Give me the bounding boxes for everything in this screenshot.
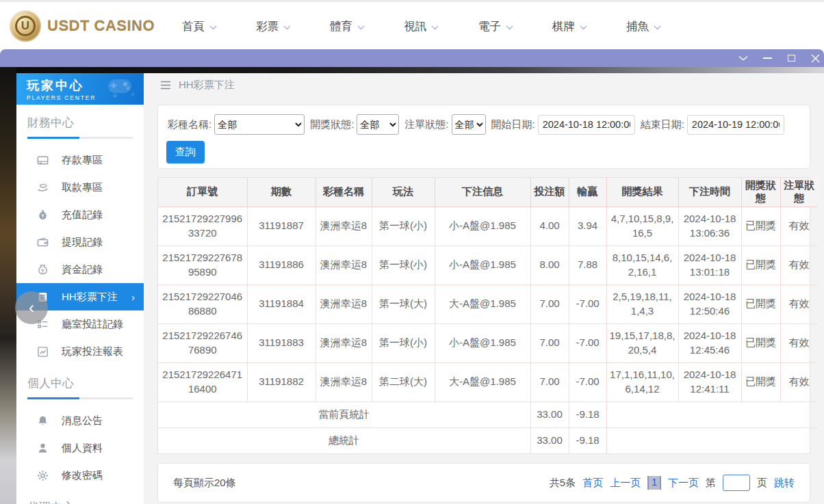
cell: 31191884	[247, 284, 316, 323]
sidebar-item-personal-profile[interactable]: 個人資料	[16, 434, 144, 462]
cell: 小-A盤@1.985	[435, 323, 530, 362]
sidebar-item-list: 存款專區取款專區充值記錄提現記錄資金記錄HH彩票下注›廳室投註記錄玩家投注報表	[16, 146, 144, 365]
top-navbar: U USDT CASINO 首頁彩票體育視訊電子棋牌捕魚	[0, 0, 824, 49]
sidebar-item-label: 廳室投註記錄	[62, 318, 123, 331]
cell: 2024-10-18 13:01:18	[678, 246, 741, 284]
sidebar-item-announcements[interactable]: 消息公告	[16, 407, 144, 434]
table-row: 215217292264711640031191882澳洲幸运8第二球(大)大-…	[158, 362, 818, 401]
sidebar-item-label: 玩家投注報表	[62, 345, 123, 358]
sidebar-item-label: 提現記錄	[62, 236, 103, 249]
sidebar-item-withdraw-zone[interactable]: 取款專區	[16, 174, 144, 201]
sidebar-item-label: 消息公告	[62, 414, 103, 427]
start-date-input[interactable]	[538, 115, 635, 135]
nav-item-label: 體育	[330, 19, 352, 34]
cell: 31191882	[247, 362, 316, 401]
table-row: 215217292267467689031191883澳洲幸运8第一球(小)小-…	[158, 323, 818, 362]
withdraw-hand-icon	[37, 182, 49, 194]
first-page-link[interactable]: 首页	[582, 477, 603, 490]
page-jump-input[interactable]	[723, 475, 750, 491]
sidebar-item-deposit-zone[interactable]: 存款專區	[16, 146, 144, 174]
sidebar-item-withdrawal-records[interactable]: 提現記錄	[16, 228, 144, 256]
jump-button[interactable]: 跳转	[774, 477, 795, 490]
window-controls	[738, 49, 820, 67]
sidebar-item-funds-records[interactable]: 資金記錄	[16, 256, 144, 283]
table-row: 215217292276789589031191886澳洲幸运8第一球(小)小-…	[158, 246, 818, 284]
nav-item-slots[interactable]: 電子	[478, 19, 513, 34]
menu-toggle-icon[interactable]	[160, 81, 171, 90]
cell: 澳洲幸运8	[316, 246, 372, 284]
nav-item-live-video[interactable]: 視訊	[404, 19, 439, 34]
screen: U USDT CASINO 首頁彩票體育視訊電子棋牌捕魚 玩家中心 PLAYER…	[0, 0, 824, 504]
chevron-down-icon	[209, 25, 217, 30]
lottery-name-select[interactable]: 全部	[214, 114, 305, 135]
table-row: 215217292279963372031191887澳洲幸运8第一球(小)小-…	[158, 207, 818, 246]
nav-item-sports[interactable]: 體育	[330, 19, 365, 34]
nav-item-fishing[interactable]: 捕魚	[626, 19, 661, 34]
withdrawal-wallet-icon	[37, 237, 49, 248]
chevron-down-icon	[357, 25, 365, 30]
column-header-9: 開獎狀態	[741, 178, 780, 207]
window-chevron-down-icon[interactable]	[738, 53, 748, 63]
next-page-link[interactable]: 下一页	[668, 477, 699, 490]
jump-prefix-text: 第	[706, 477, 716, 490]
search-button[interactable]: 查詢	[166, 141, 205, 163]
funds-bag-icon	[37, 264, 49, 276]
maximize-icon[interactable]	[786, 53, 796, 63]
sidebar-item-player-bet-report[interactable]: 玩家投注報表	[16, 338, 144, 365]
cell: 2152172922704686880	[158, 284, 247, 323]
sidebar-item-label: 存款專區	[62, 154, 103, 167]
sidebar-item-change-password[interactable]: 修改密碼	[16, 462, 144, 489]
cell: 2152172922674676890	[158, 323, 247, 362]
cell: 澳洲幸运8	[316, 207, 372, 246]
gamepad-icon	[107, 77, 138, 103]
cell: 第一球(小)	[372, 207, 435, 246]
column-header-4: 下注信息	[435, 178, 530, 207]
current-page-badge: 1	[647, 476, 661, 490]
minimize-icon[interactable]	[762, 53, 772, 63]
prev-page-link[interactable]: 上一页	[610, 477, 641, 490]
sidebar-item-recharge-records[interactable]: 充值記錄	[16, 201, 144, 228]
pagination-bar: 每頁顯示20條 共5条 首页 上一页 1 下一页 第 页 跳转	[157, 463, 810, 503]
cell: 小-A盤@1.985	[435, 246, 530, 284]
casino-coin-logo-icon: U	[10, 10, 41, 42]
window-titlebar	[0, 49, 824, 67]
sidebar-item-label: 個人資料	[62, 442, 103, 455]
summary-win-loss: -9.18	[569, 401, 606, 427]
sidebar-item-label: 資金記錄	[62, 263, 103, 276]
cell: 第一球(大)	[372, 284, 435, 323]
close-icon[interactable]	[810, 53, 820, 63]
background-strip-left	[0, 67, 16, 504]
sidebar-item-label: HH彩票下注	[62, 291, 118, 304]
cell: 31191883	[247, 323, 316, 362]
sidebar-item-label: 取款專區	[62, 181, 103, 194]
end-date-input[interactable]	[687, 115, 784, 135]
nav-item-home[interactable]: 首頁	[182, 19, 217, 34]
sidebar-item-label: 充值記錄	[62, 209, 103, 222]
sidebar-collapse-button[interactable]: ‹	[15, 291, 48, 324]
order-status-select[interactable]: 全部	[452, 114, 486, 135]
cell: 2152172922767895890	[158, 246, 247, 284]
cell: 小-A盤@1.985	[435, 207, 530, 246]
main-content: HH彩票下注 彩種名稱: 全部 開獎狀態: 全部 注單狀態: 全部	[144, 73, 824, 504]
pagination-controls: 共5条 首页 上一页 1 下一页 第 页 跳转	[550, 475, 795, 491]
draw-status-select[interactable]: 全部	[357, 114, 399, 135]
bets-table: 訂單號期數彩種名稱玩法下注信息投注額輸贏開獎結果下注時間開獎狀態注單狀態2152…	[158, 178, 818, 453]
summary-empty	[606, 401, 818, 427]
cell: 有效	[780, 207, 818, 246]
cell: 4,7,10,15,8,9,16,5	[606, 207, 678, 246]
nav-item-label: 捕魚	[626, 19, 649, 34]
chevron-down-icon	[580, 25, 587, 30]
summary-label: 總統計	[158, 427, 530, 453]
recharge-bag-icon	[37, 209, 49, 221]
cell: 17,1,16,11,10,6,14,12	[606, 362, 678, 401]
nav-item-board-games[interactable]: 棋牌	[552, 19, 587, 34]
sidebar-header: 玩家中心 PLAYERS CENTER	[16, 73, 144, 105]
chevron-down-icon	[283, 25, 291, 30]
cell: 第一球(小)	[372, 323, 435, 362]
cell: 有效	[780, 246, 818, 284]
brand[interactable]: U USDT CASINO	[10, 10, 155, 42]
chevron-down-icon	[654, 25, 661, 30]
cell: 有效	[780, 284, 818, 323]
nav-item-lottery[interactable]: 彩票	[256, 19, 291, 34]
section-heading-agent-center: 代理中心	[27, 499, 144, 504]
